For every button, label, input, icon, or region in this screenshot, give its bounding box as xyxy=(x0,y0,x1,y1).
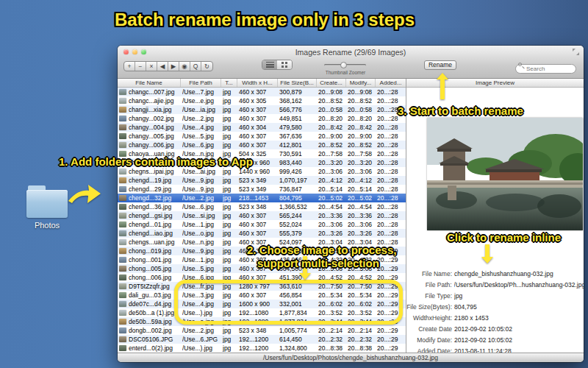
detail-value[interactable]: 804,795 xyxy=(454,303,477,311)
table-row[interactable]: chengd...36.jpg/Use...6.jpgjpg523 x 3481… xyxy=(118,202,406,211)
cell-name: changy...002.jpg xyxy=(129,115,182,122)
cell-type: jpg xyxy=(223,97,239,105)
row-thumbnail-icon xyxy=(119,301,126,307)
cell-type: jpg xyxy=(223,124,239,131)
add-button[interactable]: + xyxy=(124,62,135,71)
detail-value[interactable]: 2012-09-02 10:05:02 xyxy=(454,336,512,344)
detail-value[interactable]: 2180 x 1453 xyxy=(454,314,489,322)
table-row[interactable]: dongb...002.jpg/Use...2.jpgjpg523 x 3481… xyxy=(118,326,406,335)
cell-path: /Use...ia.jpg xyxy=(182,106,223,113)
cell-modified: 20...3:26 xyxy=(348,230,377,237)
slider-knob[interactable] xyxy=(340,62,347,68)
column-header-created[interactable]: Create... xyxy=(317,79,346,87)
table-row[interactable]: chegns...ipai.jpg/Use...ai.jpgjpg1440 x … xyxy=(118,167,406,176)
cell-dims: 523 x 348 xyxy=(239,203,279,210)
table-row[interactable]: changc...ajie.jpg/Use...e.jpgjpg460 x 30… xyxy=(118,96,406,105)
cell-path: /Use...1.jpg xyxy=(182,221,223,228)
table-row[interactable]: changy...002.jpg/Use...2.jpgjpg460 x 307… xyxy=(118,114,406,123)
cell-type: jpg xyxy=(223,230,239,237)
search-input[interactable] xyxy=(515,64,576,74)
cell-type: jpg xyxy=(223,177,239,184)
row-thumbnail-icon xyxy=(119,107,126,113)
next-button[interactable]: ▶ xyxy=(168,62,179,71)
table-row[interactable]: changji...xia.jpg/Use...ia.jpgjpg460 x 3… xyxy=(118,105,406,114)
detail-value[interactable]: 2012-09-02 10:05:02 xyxy=(454,325,512,333)
table-row[interactable]: chengd...gsi.jpg/Use...si.jpgjpg460 x 30… xyxy=(118,211,406,220)
table-row[interactable]: enterd...0(2).jpg/Use...).jpgjpg192...12… xyxy=(118,344,406,353)
cell-created: 20...3:20 xyxy=(318,159,348,166)
slider-label: Thumbnail Zoomer xyxy=(298,70,392,75)
cell-created: 20...8:20 xyxy=(318,115,348,122)
row-thumbnail-icon xyxy=(119,275,126,280)
table-row[interactable]: chengd...19.jpg/Use...9.jpgjpg523 x 3491… xyxy=(118,176,406,185)
cell-created: 20...4:54 xyxy=(318,203,348,210)
cell-created: 20...5:14 xyxy=(318,185,348,193)
remove-button[interactable]: − xyxy=(135,62,146,71)
thumbnail-zoomer-slider[interactable] xyxy=(324,64,366,66)
cell-type: jpg xyxy=(223,344,239,352)
cell-type: jpg xyxy=(223,336,239,343)
cell-added: 20...:28 xyxy=(377,159,404,166)
delete-button[interactable]: × xyxy=(146,62,157,71)
cell-path: /Use...).jpg xyxy=(182,344,223,352)
cell-added: 20...:28 xyxy=(377,141,404,149)
grid-view-button[interactable] xyxy=(277,60,292,69)
refresh-button[interactable]: ↻ xyxy=(201,62,212,71)
cell-added: 20...:28 xyxy=(377,212,404,219)
cell-size: 566,776 xyxy=(279,106,318,113)
row-thumbnail-icon xyxy=(119,177,126,183)
magnify-button[interactable]: Q xyxy=(190,62,201,71)
previous-button[interactable]: ◀ xyxy=(157,62,168,71)
table-row[interactable]: chengd...32.jpg/Use...2.jpgjpg218...1453… xyxy=(118,194,406,202)
detail-value[interactable]: /Users/fun/Desktop/Ph...hushanzhuang-032… xyxy=(454,281,584,289)
list-view-button[interactable] xyxy=(262,60,277,69)
table-row[interactable]: changy...005.jpg/Use...5.jpgjpg460 x 307… xyxy=(118,132,406,141)
table-row[interactable]: chengd...01.jpg/Use...1.jpgjpg460 x 3075… xyxy=(118,220,406,229)
cell-created: 20...5:02 xyxy=(318,194,348,202)
table-row[interactable]: chengd...29.jpg/Use...9.jpgjpg523 x 3497… xyxy=(118,185,406,194)
table-row[interactable]: DSC05106.JPG/Use...6.JPGjpg192...1200614… xyxy=(118,335,406,344)
detail-label: Create Date xyxy=(406,325,452,333)
cell-name: changc...007.jpg xyxy=(129,88,182,96)
column-header-modified[interactable]: Modify... xyxy=(346,79,376,87)
cell-path: /Use...ai.jpg xyxy=(182,168,223,175)
cell-type: jpg xyxy=(223,212,239,219)
photos-folder-icon[interactable]: Photos xyxy=(26,185,68,230)
column-header-path[interactable]: File Path xyxy=(181,79,221,87)
column-header-size[interactable]: File Size(B... xyxy=(278,79,317,87)
cell-size: 367,636 xyxy=(279,132,318,140)
fullscreen-icon[interactable] xyxy=(573,49,579,55)
column-header-dims[interactable]: Width x H... xyxy=(237,79,278,87)
preview-eye-button[interactable]: ◉ xyxy=(179,62,190,71)
table-row[interactable]: changy...006.jpg/Use...6.jpgjpg460 x 307… xyxy=(118,141,406,149)
row-thumbnail-icon xyxy=(119,310,126,316)
column-header-added[interactable]: Added... xyxy=(376,79,406,87)
cell-name: chong...001.jpg xyxy=(129,256,182,263)
table-row[interactable]: changc...007.jpg/Use...7.jpgjpg460 x 307… xyxy=(118,88,406,96)
row-thumbnail-icon xyxy=(119,292,126,298)
column-header-name[interactable]: File Name xyxy=(118,79,181,87)
column-header-type[interactable]: T... xyxy=(221,79,237,87)
folder-body xyxy=(26,190,68,218)
detail-value[interactable]: chengde_bishushanzhuang-032.jpg xyxy=(454,270,553,277)
table-row[interactable]: chengd...iao.jpg/Use...o.jpgjpg460 x 307… xyxy=(118,229,406,238)
table-header: File NameFile PathT...Width x H...File S… xyxy=(118,79,406,88)
multi-selection-highlight-box xyxy=(174,280,403,325)
cell-type: jpg xyxy=(223,106,239,113)
detail-value[interactable]: jpg xyxy=(454,292,462,300)
cell-created: 20...2:32 xyxy=(318,336,348,343)
annotation-step3: 3. Start to batch rename xyxy=(398,105,523,117)
arrow-down-icon xyxy=(481,244,493,263)
cell-dims: 218...1453 xyxy=(239,194,279,202)
cell-modified: 20...3:06 xyxy=(348,168,377,175)
rename-button[interactable]: Rename xyxy=(424,60,456,70)
cell-type: jpg xyxy=(223,256,239,263)
detail-label: File Name: xyxy=(406,270,452,277)
annotation-step1: 1. Add folders contain images to App xyxy=(59,155,253,168)
cell-size: 614,450 xyxy=(279,336,318,343)
cell-added: 20...:28 xyxy=(377,185,404,193)
detail-row: File Size(Bytes):804,795 xyxy=(406,301,584,312)
cell-created: 20...3:06 xyxy=(318,168,348,175)
cell-size: 804,795 xyxy=(279,194,318,202)
table-row[interactable]: changy...004.jpg/Use...4.jpgjpg460 x 304… xyxy=(118,123,406,132)
